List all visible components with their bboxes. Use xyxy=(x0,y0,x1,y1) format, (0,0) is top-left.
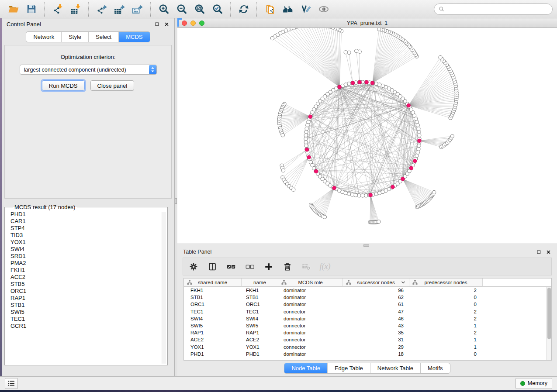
select-spinner-icon[interactable] xyxy=(149,65,156,74)
result-node-item[interactable]: SWI5 xyxy=(10,309,167,316)
maximize-window-icon[interactable] xyxy=(199,21,204,26)
table-row[interactable]: TEC1TEC1connector472 xyxy=(184,308,551,315)
search-box[interactable] xyxy=(434,3,553,15)
table-row[interactable]: ORC1ORC1dominator610 xyxy=(184,301,551,308)
column-header-successor-nodes[interactable]: successor nodes xyxy=(343,279,409,287)
control-panel-tabs: NetworkStyleSelectMCDS xyxy=(26,31,150,42)
workspace: Control Panel NetworkStyleSelectMCDS Opt… xyxy=(0,18,557,376)
criterion-value: largest connected component (undirected) xyxy=(24,67,149,73)
result-node-item[interactable]: YOX1 xyxy=(10,239,167,246)
criterion-select[interactable]: largest connected component (undirected) xyxy=(20,65,157,75)
result-node-item[interactable]: STB1 xyxy=(10,302,167,309)
attribute-type-icon xyxy=(346,280,351,285)
network-file-icon[interactable] xyxy=(261,2,279,17)
result-node-item[interactable]: RAP1 xyxy=(10,295,167,302)
mcds-result-box: MCDS result (17 nodes) PHD1CAR1STP4TID3Y… xyxy=(4,204,168,365)
result-node-item[interactable]: GCR1 xyxy=(10,323,167,330)
scrollbar-thumb[interactable] xyxy=(547,288,551,339)
add-column-icon[interactable] xyxy=(263,261,274,272)
result-node-item[interactable]: ACE2 xyxy=(10,274,167,281)
tab-node-table[interactable]: Node Table xyxy=(284,363,327,373)
tab-style[interactable]: Style xyxy=(61,32,88,42)
tab-select[interactable]: Select xyxy=(88,32,118,42)
mcds-result-list[interactable]: PHD1CAR1STP4TID3YOX1SWI4SRD1PMA2FKH1ACE2… xyxy=(10,211,167,330)
tab-network-table[interactable]: Network Table xyxy=(370,363,420,373)
attribute-type-icon xyxy=(281,280,287,285)
table-row[interactable]: STB1STB1dominator620 xyxy=(184,294,551,301)
select-all-icon[interactable] xyxy=(226,261,236,272)
zoom-out-icon[interactable] xyxy=(173,2,190,17)
mcds-pane: Optimization criterion: largest connecte… xyxy=(4,45,172,199)
home-icon[interactable] xyxy=(279,2,297,17)
zoom-fit-icon[interactable] xyxy=(190,2,208,17)
refresh-icon[interactable] xyxy=(235,2,253,17)
zoom-in-icon[interactable] xyxy=(155,2,173,17)
network-canvas[interactable] xyxy=(177,28,557,244)
save-icon[interactable] xyxy=(22,2,40,17)
table-settings-icon[interactable] xyxy=(188,261,199,272)
horizontal-splitter[interactable] xyxy=(177,244,557,247)
column-header-predecessor-nodes[interactable]: predecessor nodes xyxy=(409,279,483,287)
minimize-window-icon[interactable] xyxy=(190,21,196,26)
table-row[interactable]: FKH1FKH1dominator962 xyxy=(184,287,551,294)
style-edit-icon[interactable] xyxy=(297,2,315,17)
float-panel-icon[interactable] xyxy=(154,21,160,27)
close-table-panel-icon[interactable] xyxy=(546,249,551,255)
deselect-all-icon[interactable] xyxy=(245,261,255,272)
splitter-grip[interactable] xyxy=(175,198,177,204)
splitter-grip-h[interactable] xyxy=(363,244,369,247)
result-node-item[interactable]: STB5 xyxy=(10,281,167,288)
result-scrollbar[interactable] xyxy=(162,212,166,364)
import-table-icon[interactable] xyxy=(66,2,84,17)
close-panel-button[interactable]: Close panel xyxy=(90,80,135,91)
column-layout-icon[interactable] xyxy=(207,261,218,272)
column-header-MCDS-role[interactable]: MCDS role xyxy=(278,279,343,287)
result-node-item[interactable]: ORC1 xyxy=(10,288,167,295)
result-node-item[interactable]: SRD1 xyxy=(10,253,167,260)
export-table-icon[interactable] xyxy=(111,2,128,17)
export-network-icon[interactable] xyxy=(93,2,111,17)
hide-unhide-icon[interactable] xyxy=(315,2,332,17)
delete-column-icon[interactable] xyxy=(282,261,293,272)
tab-motifs[interactable]: Motifs xyxy=(420,363,450,373)
float-table-panel-icon[interactable] xyxy=(536,249,542,255)
list-icon xyxy=(7,379,16,388)
main-toolbar xyxy=(0,0,557,18)
close-window-icon[interactable] xyxy=(182,21,187,26)
result-node-item[interactable]: FKH1 xyxy=(10,267,167,274)
result-node-item[interactable]: SWI4 xyxy=(10,246,167,253)
tab-edge-table[interactable]: Edge Table xyxy=(327,363,370,373)
table-row[interactable]: PHD1PHD1dominator180 xyxy=(184,351,551,358)
result-node-item[interactable]: STP4 xyxy=(10,225,167,232)
result-node-item[interactable]: PMA2 xyxy=(10,260,167,267)
result-node-item[interactable]: CAR1 xyxy=(10,218,167,225)
memory-label: Memory xyxy=(528,380,547,386)
result-node-item[interactable]: PHD1 xyxy=(10,211,167,218)
result-node-item[interactable]: TID3 xyxy=(10,232,167,239)
function-builder-icon: f(x) xyxy=(320,261,330,272)
result-node-item[interactable]: TEC1 xyxy=(10,316,167,323)
table-scrollbar[interactable] xyxy=(546,287,551,360)
export-image-icon[interactable] xyxy=(128,2,146,17)
task-history-button[interactable] xyxy=(5,378,18,389)
memory-button[interactable]: Memory xyxy=(515,378,552,389)
column-header-shared-name[interactable]: shared name xyxy=(184,279,242,287)
zoom-selected-icon[interactable] xyxy=(208,2,226,17)
tab-mcds[interactable]: MCDS xyxy=(118,32,149,42)
table-row[interactable]: YOX1YOX1connector291 xyxy=(184,344,551,351)
close-panel-icon[interactable] xyxy=(164,21,170,27)
table-row[interactable]: RAP1RAP1dominator352 xyxy=(184,329,551,336)
toolbar-separator xyxy=(44,2,45,17)
run-mcds-button[interactable]: Run MCDS xyxy=(42,80,85,91)
import-network-icon[interactable] xyxy=(48,2,66,17)
toolbar-icons xyxy=(4,2,332,17)
tab-network[interactable]: Network xyxy=(26,32,61,42)
search-input[interactable] xyxy=(447,6,548,12)
table-panel: Table Panel f(x) shared namenameMCDS rol… xyxy=(177,247,557,376)
column-header-name[interactable]: name xyxy=(242,279,278,287)
network-window-titlebar[interactable]: YPA_prune.txt_1 xyxy=(177,18,557,28)
open-icon[interactable] xyxy=(4,2,22,17)
table-row[interactable]: SWI5SWI5connector431 xyxy=(184,322,551,329)
table-row[interactable]: ACE2ACE2connector311 xyxy=(184,336,551,343)
table-row[interactable]: SWI4SWI4dominator462 xyxy=(184,315,551,322)
